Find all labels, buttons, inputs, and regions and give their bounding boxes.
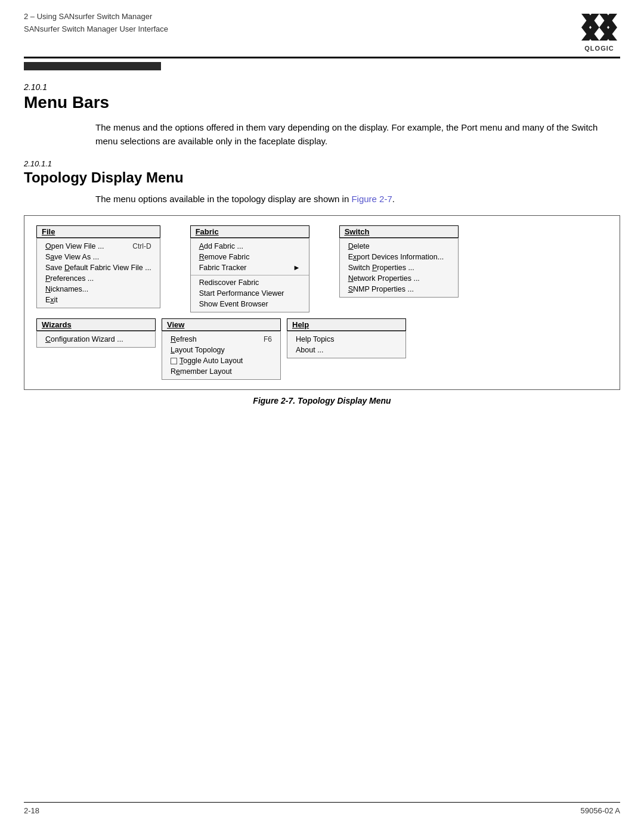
help-menu-col: Help Help Topics About ... bbox=[287, 318, 406, 358]
menu-item-start-performance-viewer[interactable]: Start Performance Viewer bbox=[191, 288, 309, 299]
shortcut-open-view-file: Ctrl-D bbox=[132, 242, 151, 250]
section-body: The menus and the options offered in the… bbox=[95, 120, 620, 148]
submenu-arrow-icon: ► bbox=[293, 264, 300, 272]
footer-page-number: 2-18 bbox=[24, 806, 39, 815]
subsection-body: The menu options available in the topolo… bbox=[95, 192, 620, 206]
menu-item-save-view-as[interactable]: Save View As ... bbox=[37, 252, 160, 262]
view-menu-header[interactable]: View bbox=[162, 318, 281, 331]
header-line2: SANsurfer Switch Manager User Interface bbox=[24, 23, 168, 36]
menu-item-preferences[interactable]: Preferences ... bbox=[37, 273, 160, 284]
view-menu-dropdown: Refresh F6 Layout Topology Toggle Auto L… bbox=[162, 331, 281, 380]
wizards-menu-header[interactable]: Wizards bbox=[36, 318, 156, 331]
menu-item-about[interactable]: About ... bbox=[287, 345, 405, 355]
toggle-checkbox-icon bbox=[171, 358, 177, 364]
switch-menu-header[interactable]: Switch bbox=[339, 225, 459, 238]
menu-divider-1 bbox=[191, 275, 309, 275]
menu-row-1: File Open View File ... Ctrl-D Save View… bbox=[36, 225, 608, 312]
file-menu-col: File Open View File ... Ctrl-D Save View… bbox=[36, 225, 160, 308]
menu-item-layout-topology[interactable]: Layout Topology bbox=[162, 345, 280, 355]
shortcut-refresh: F6 bbox=[264, 335, 272, 343]
page-header: 2 – Using SANsurfer Switch Manager SANsu… bbox=[0, 0, 644, 52]
menu-item-switch-properties[interactable]: Switch Properties ... bbox=[340, 262, 458, 273]
figure-caption-text: Figure 2-7. Topology Display Menu bbox=[253, 396, 391, 405]
subsection-title: Topology Display Menu bbox=[24, 169, 620, 186]
fabric-menu-header[interactable]: Fabric bbox=[190, 225, 309, 238]
switch-menu-dropdown: Delete Export Devices Information... Swi… bbox=[339, 238, 459, 298]
menu-item-snmp-properties[interactable]: SNMP Properties ... bbox=[340, 284, 458, 295]
section-number: 2.10.1 bbox=[24, 82, 620, 92]
menu-item-help-topics[interactable]: Help Topics bbox=[287, 334, 405, 345]
fabric-menu-dropdown: Add Fabric ... Remove Fabric Fabric Trac… bbox=[190, 238, 309, 312]
menu-item-fabric-tracker[interactable]: Fabric Tracker ► bbox=[191, 262, 309, 273]
main-content: 2.10.1 Menu Bars The menus and the optio… bbox=[0, 70, 644, 405]
menu-item-export-devices[interactable]: Export Devices Information... bbox=[340, 252, 458, 262]
menu-item-rediscover-fabric[interactable]: Rediscover Fabric bbox=[191, 277, 309, 288]
menu-item-show-event-browser[interactable]: Show Event Browser bbox=[191, 299, 309, 309]
switch-menu-col: Switch Delete Export Devices Information… bbox=[339, 225, 459, 298]
subsection-number: 2.10.1.1 bbox=[24, 159, 620, 168]
menu-item-configuration-wizard[interactable]: Configuration Wizard ... bbox=[37, 334, 155, 345]
figure-caption: Figure 2-7. Topology Display Menu bbox=[24, 396, 620, 405]
logo-label: QLOGIC bbox=[584, 45, 614, 52]
menu-item-network-properties[interactable]: Network Properties ... bbox=[340, 273, 458, 284]
header-line1: 2 – Using SANsurfer Switch Manager bbox=[24, 11, 168, 23]
menu-item-add-fabric[interactable]: Add Fabric ... bbox=[191, 241, 309, 252]
menu-diagram: File Open View File ... Ctrl-D Save View… bbox=[24, 215, 620, 390]
help-menu-dropdown: Help Topics About ... bbox=[287, 331, 406, 358]
page-footer: 2-18 59056-02 A bbox=[24, 802, 620, 815]
section-title: Menu Bars bbox=[24, 93, 620, 112]
view-menu-col: View Refresh F6 Layout Topology Toggle A… bbox=[162, 318, 281, 380]
file-menu-dropdown: Open View File ... Ctrl-D Save View As .… bbox=[36, 238, 160, 308]
menu-item-delete[interactable]: Delete bbox=[340, 241, 458, 252]
menu-item-refresh[interactable]: Refresh F6 bbox=[162, 334, 280, 345]
wizards-menu-col: Wizards Configuration Wizard ... bbox=[36, 318, 156, 348]
help-menu-header[interactable]: Help bbox=[287, 318, 406, 331]
qlogic-logo-icon bbox=[578, 11, 620, 44]
fabric-menu-col: Fabric Add Fabric ... Remove Fabric Fabr… bbox=[190, 225, 309, 312]
menu-item-remove-fabric[interactable]: Remove Fabric bbox=[191, 252, 309, 262]
menu-item-exit[interactable]: Exit bbox=[37, 295, 160, 305]
header-rule bbox=[24, 57, 620, 58]
figure-ref-link[interactable]: Figure 2-7 bbox=[351, 194, 392, 204]
menu-item-save-default-fabric[interactable]: Save Default Fabric View File ... bbox=[37, 262, 160, 273]
file-menu-header[interactable]: File bbox=[36, 225, 160, 238]
menu-item-nicknames[interactable]: Nicknames... bbox=[37, 284, 160, 295]
wizards-menu-dropdown: Configuration Wizard ... bbox=[36, 331, 156, 348]
menu-item-open-view-file[interactable]: Open View File ... Ctrl-D bbox=[37, 241, 160, 252]
header-text: 2 – Using SANsurfer Switch Manager SANsu… bbox=[24, 11, 168, 36]
menu-row-2: Wizards Configuration Wizard ... View Re… bbox=[36, 318, 608, 380]
logo-area: QLOGIC bbox=[578, 11, 620, 52]
menu-item-remember-layout[interactable]: Remember Layout bbox=[162, 366, 280, 377]
footer-doc-number: 59056-02 A bbox=[580, 806, 620, 815]
menu-item-toggle-auto-layout[interactable]: Toggle Auto Layout bbox=[162, 355, 280, 366]
dark-bar bbox=[24, 62, 161, 70]
